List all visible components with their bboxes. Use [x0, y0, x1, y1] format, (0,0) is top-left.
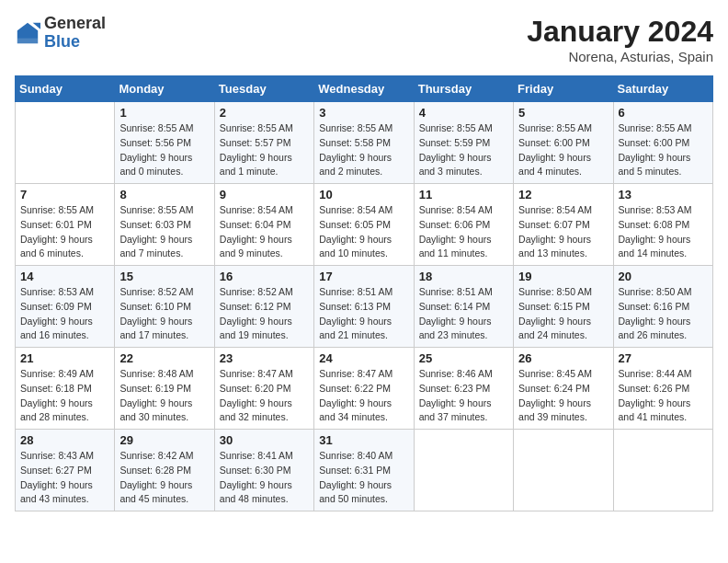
day-number: 7 — [20, 188, 109, 201]
calendar-cell: 18Sunrise: 8:51 AM Sunset: 6:14 PM Dayli… — [414, 266, 513, 348]
day-info: Sunrise: 8:55 AM Sunset: 6:01 PM Dayligh… — [20, 203, 109, 261]
day-number: 3 — [319, 106, 408, 120]
day-number: 12 — [518, 188, 608, 201]
day-info: Sunrise: 8:45 AM Sunset: 6:24 PM Dayligh… — [518, 367, 608, 425]
calendar-cell: 14Sunrise: 8:53 AM Sunset: 6:09 PM Dayli… — [16, 266, 115, 348]
day-number: 10 — [319, 188, 408, 201]
logo: General Blue — [15, 15, 106, 52]
calendar-week-5: 28Sunrise: 8:43 AM Sunset: 6:27 PM Dayli… — [16, 430, 713, 511]
day-info: Sunrise: 8:55 AM Sunset: 6:00 PM Dayligh… — [619, 121, 708, 179]
svg-rect-2 — [17, 38, 38, 43]
calendar-cell: 28Sunrise: 8:43 AM Sunset: 6:27 PM Dayli… — [16, 430, 115, 511]
day-info: Sunrise: 8:41 AM Sunset: 6:30 PM Dayligh… — [220, 449, 309, 507]
day-number: 27 — [619, 351, 708, 365]
calendar-table: SundayMondayTuesdayWednesdayThursdayFrid… — [15, 75, 713, 511]
day-number: 22 — [119, 351, 209, 365]
day-info: Sunrise: 8:54 AM Sunset: 6:05 PM Dayligh… — [319, 203, 408, 261]
calendar-cell: 27Sunrise: 8:44 AM Sunset: 6:26 PM Dayli… — [613, 348, 712, 430]
calendar-cell — [613, 430, 712, 511]
calendar-cell: 13Sunrise: 8:53 AM Sunset: 6:08 PM Dayli… — [613, 184, 712, 266]
day-number: 11 — [419, 188, 508, 201]
day-info: Sunrise: 8:51 AM Sunset: 6:14 PM Dayligh… — [419, 285, 508, 343]
day-info: Sunrise: 8:50 AM Sunset: 6:16 PM Dayligh… — [619, 285, 708, 343]
day-number: 31 — [319, 433, 408, 447]
calendar-body: 1Sunrise: 8:55 AM Sunset: 5:56 PM Daylig… — [16, 102, 713, 511]
day-info: Sunrise: 8:53 AM Sunset: 6:08 PM Dayligh… — [619, 203, 708, 261]
calendar-week-1: 1Sunrise: 8:55 AM Sunset: 5:56 PM Daylig… — [16, 102, 713, 184]
day-number: 20 — [619, 270, 708, 283]
logo-blue: Blue — [44, 33, 106, 52]
calendar-cell: 9Sunrise: 8:54 AM Sunset: 6:04 PM Daylig… — [214, 184, 313, 266]
day-number: 14 — [20, 270, 109, 283]
day-info: Sunrise: 8:54 AM Sunset: 6:07 PM Dayligh… — [518, 203, 608, 261]
day-number: 2 — [220, 106, 309, 120]
day-number: 28 — [20, 433, 109, 447]
calendar-header: SundayMondayTuesdayWednesdayThursdayFrid… — [16, 76, 713, 102]
day-number: 4 — [419, 106, 508, 120]
day-info: Sunrise: 8:46 AM Sunset: 6:23 PM Dayligh… — [419, 367, 508, 425]
weekday-header-sunday: Sunday — [16, 76, 115, 102]
day-info: Sunrise: 8:50 AM Sunset: 6:15 PM Dayligh… — [518, 285, 608, 343]
day-number: 1 — [119, 106, 209, 120]
day-info: Sunrise: 8:55 AM Sunset: 5:56 PM Dayligh… — [119, 121, 209, 179]
calendar-cell: 7Sunrise: 8:55 AM Sunset: 6:01 PM Daylig… — [16, 184, 115, 266]
day-info: Sunrise: 8:48 AM Sunset: 6:19 PM Dayligh… — [119, 367, 209, 425]
day-number: 24 — [319, 351, 408, 365]
weekday-header-tuesday: Tuesday — [214, 76, 313, 102]
page-header: General Blue January 2024 Norena, Asturi… — [15, 15, 713, 64]
day-info: Sunrise: 8:44 AM Sunset: 6:26 PM Dayligh… — [619, 367, 708, 425]
day-number: 23 — [220, 351, 309, 365]
weekday-header-friday: Friday — [514, 76, 613, 102]
weekday-row: SundayMondayTuesdayWednesdayThursdayFrid… — [16, 76, 713, 102]
day-number: 18 — [419, 270, 508, 283]
day-info: Sunrise: 8:52 AM Sunset: 6:12 PM Dayligh… — [220, 285, 309, 343]
day-number: 25 — [419, 351, 508, 365]
calendar-cell: 21Sunrise: 8:49 AM Sunset: 6:18 PM Dayli… — [16, 348, 115, 430]
calendar-cell: 2Sunrise: 8:55 AM Sunset: 5:57 PM Daylig… — [214, 102, 313, 184]
day-number: 15 — [119, 270, 209, 283]
calendar-cell: 12Sunrise: 8:54 AM Sunset: 6:07 PM Dayli… — [514, 184, 613, 266]
calendar-cell: 30Sunrise: 8:41 AM Sunset: 6:30 PM Dayli… — [214, 430, 313, 511]
day-number: 26 — [518, 351, 608, 365]
calendar-cell: 15Sunrise: 8:52 AM Sunset: 6:10 PM Dayli… — [115, 266, 214, 348]
location: Norena, Asturias, Spain — [527, 49, 713, 64]
day-number: 8 — [119, 188, 209, 201]
calendar-cell — [414, 430, 513, 511]
day-number: 9 — [220, 188, 309, 201]
day-info: Sunrise: 8:55 AM Sunset: 5:59 PM Dayligh… — [419, 121, 508, 179]
day-info: Sunrise: 8:54 AM Sunset: 6:06 PM Dayligh… — [419, 203, 508, 261]
calendar-cell: 16Sunrise: 8:52 AM Sunset: 6:12 PM Dayli… — [214, 266, 313, 348]
calendar-cell: 1Sunrise: 8:55 AM Sunset: 5:56 PM Daylig… — [115, 102, 214, 184]
calendar-cell: 25Sunrise: 8:46 AM Sunset: 6:23 PM Dayli… — [414, 348, 513, 430]
calendar-cell: 6Sunrise: 8:55 AM Sunset: 6:00 PM Daylig… — [613, 102, 712, 184]
calendar-cell: 8Sunrise: 8:55 AM Sunset: 6:03 PM Daylig… — [115, 184, 214, 266]
calendar-cell: 4Sunrise: 8:55 AM Sunset: 5:59 PM Daylig… — [414, 102, 513, 184]
day-number: 13 — [619, 188, 708, 201]
calendar-cell: 23Sunrise: 8:47 AM Sunset: 6:20 PM Dayli… — [214, 348, 313, 430]
day-info: Sunrise: 8:47 AM Sunset: 6:20 PM Dayligh… — [220, 367, 309, 425]
day-number: 17 — [319, 270, 408, 283]
calendar-week-2: 7Sunrise: 8:55 AM Sunset: 6:01 PM Daylig… — [16, 184, 713, 266]
calendar-cell: 26Sunrise: 8:45 AM Sunset: 6:24 PM Dayli… — [514, 348, 613, 430]
calendar-cell: 20Sunrise: 8:50 AM Sunset: 6:16 PM Dayli… — [613, 266, 712, 348]
day-info: Sunrise: 8:55 AM Sunset: 5:58 PM Dayligh… — [319, 121, 408, 179]
day-info: Sunrise: 8:49 AM Sunset: 6:18 PM Dayligh… — [20, 367, 109, 425]
day-info: Sunrise: 8:51 AM Sunset: 6:13 PM Dayligh… — [319, 285, 408, 343]
calendar-cell: 17Sunrise: 8:51 AM Sunset: 6:13 PM Dayli… — [314, 266, 414, 348]
day-info: Sunrise: 8:40 AM Sunset: 6:31 PM Dayligh… — [319, 449, 408, 507]
day-info: Sunrise: 8:53 AM Sunset: 6:09 PM Dayligh… — [20, 285, 109, 343]
calendar-cell: 10Sunrise: 8:54 AM Sunset: 6:05 PM Dayli… — [314, 184, 414, 266]
calendar-cell: 19Sunrise: 8:50 AM Sunset: 6:15 PM Dayli… — [514, 266, 613, 348]
day-number: 5 — [518, 106, 608, 120]
calendar-week-4: 21Sunrise: 8:49 AM Sunset: 6:18 PM Dayli… — [16, 348, 713, 430]
weekday-header-saturday: Saturday — [613, 76, 712, 102]
calendar-cell: 5Sunrise: 8:55 AM Sunset: 6:00 PM Daylig… — [514, 102, 613, 184]
day-info: Sunrise: 8:55 AM Sunset: 5:57 PM Dayligh… — [220, 121, 309, 179]
calendar-cell — [16, 102, 115, 184]
calendar-cell: 31Sunrise: 8:40 AM Sunset: 6:31 PM Dayli… — [314, 430, 414, 511]
day-number: 21 — [20, 351, 109, 365]
title-block: January 2024 Norena, Asturias, Spain — [527, 15, 713, 64]
day-info: Sunrise: 8:55 AM Sunset: 6:00 PM Dayligh… — [518, 121, 608, 179]
month-year: January 2024 — [527, 15, 713, 49]
calendar-week-3: 14Sunrise: 8:53 AM Sunset: 6:09 PM Dayli… — [16, 266, 713, 348]
